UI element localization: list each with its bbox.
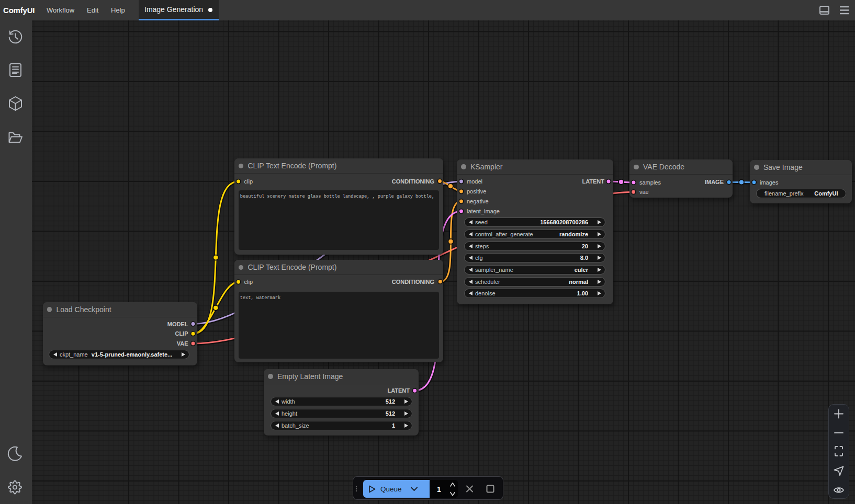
svg-text:Queue: Queue [380, 485, 402, 493]
svg-text:1: 1 [437, 485, 441, 494]
